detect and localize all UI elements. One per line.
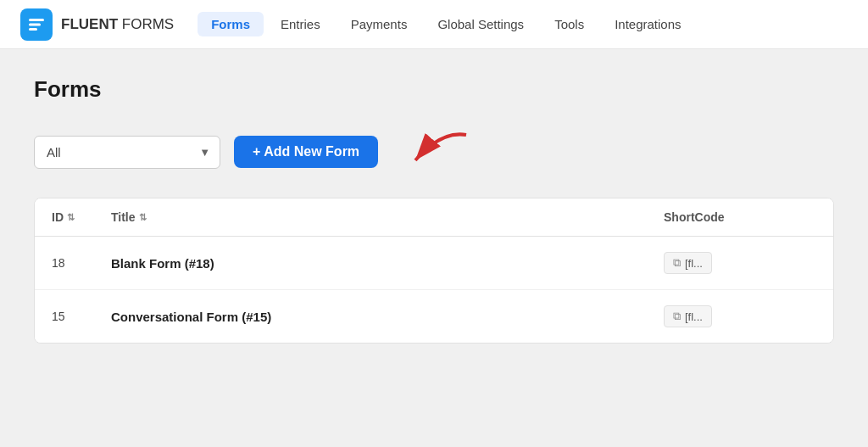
shortcode-badge-15[interactable]: ⧉ [fl... [664,305,712,327]
table-row: 15 Conversational Form (#15) ⧉ [fl... [35,290,833,343]
toolbar: All Active Inactive ▼ + Add New Form [34,126,834,177]
brand: FLUENT FORMS [20,8,174,41]
cell-title-15: Conversational Form (#15) [111,310,664,324]
shortcode-badge-18[interactable]: ⧉ [fl... [664,252,712,274]
navbar: FLUENT FORMS Forms Entries Payments Glob… [0,0,868,49]
shortcode-text-15: [fl... [685,310,703,323]
copy-icon-18: ⧉ [673,256,681,270]
svg-rect-2 [29,28,37,31]
nav-items: Forms Entries Payments Global Settings T… [198,0,694,48]
column-title[interactable]: Title ⇅ [111,210,664,224]
nav-item-global-settings[interactable]: Global Settings [424,12,537,36]
annotation-arrow-icon [398,126,475,177]
page-title: Forms [34,76,834,103]
copy-icon-15: ⧉ [673,310,681,323]
cell-id-18: 18 [52,256,111,270]
forms-table: ID ⇅ Title ⇅ ShortCode 18 Blank Form (#1… [34,198,834,344]
column-id[interactable]: ID ⇅ [52,210,111,224]
cell-shortcode-18: ⧉ [fl... [664,252,816,274]
filter-dropdown-wrapper: All Active Inactive ▼ [34,136,220,169]
table-header: ID ⇅ Title ⇅ ShortCode [35,198,833,237]
svg-rect-0 [29,19,44,21]
arrow-annotation [398,126,475,177]
brand-icon [20,8,53,41]
nav-item-forms[interactable]: Forms [198,12,264,36]
svg-rect-1 [29,23,41,25]
nav-item-integrations[interactable]: Integrations [601,12,694,36]
cell-shortcode-15: ⧉ [fl... [664,305,816,327]
sort-id-icon: ⇅ [67,212,75,223]
filter-dropdown[interactable]: All Active Inactive [34,136,220,169]
sort-title-icon: ⇅ [139,212,147,223]
cell-id-15: 15 [52,310,111,323]
cell-title-18: Blank Form (#18) [111,256,664,271]
brand-name: FLUENT FORMS [61,16,174,33]
nav-item-tools[interactable]: Tools [541,12,598,36]
nav-item-payments[interactable]: Payments [337,12,421,36]
table-row: 18 Blank Form (#18) ⧉ [fl... [35,237,833,290]
nav-item-entries[interactable]: Entries [267,12,334,36]
add-new-form-button[interactable]: + Add New Form [234,136,378,168]
main-content: Forms All Active Inactive ▼ + Add New Fo… [0,49,868,344]
column-shortcode: ShortCode [664,210,816,224]
shortcode-text-18: [fl... [685,257,703,270]
